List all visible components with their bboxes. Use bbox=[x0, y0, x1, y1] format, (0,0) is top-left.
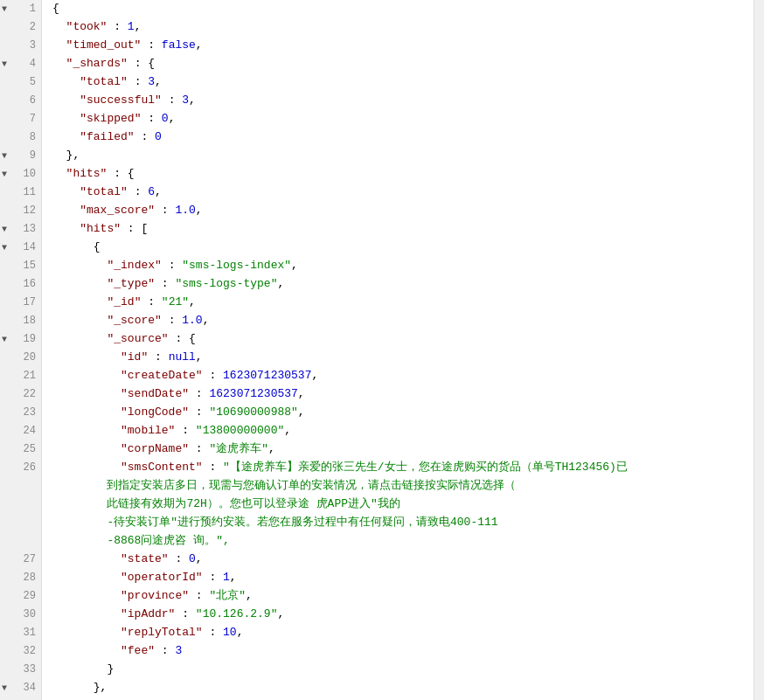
code-token: : bbox=[107, 20, 127, 33]
code-token: "sendDate" bbox=[121, 387, 189, 400]
code-token: -待安装订单"进行预约安装。若您在服务过程中有任何疑问，请致电400-111 bbox=[52, 516, 498, 529]
code-line-24: "mobile" : "13800000000", bbox=[49, 422, 754, 440]
code-line-22: "sendDate" : 1623071230537, bbox=[49, 385, 754, 404]
line-number-22: 22 bbox=[0, 385, 41, 404]
code-line-7: "skipped" : 0, bbox=[49, 110, 754, 128]
code-token: "successful" bbox=[80, 94, 162, 107]
code-token: : { bbox=[128, 57, 155, 70]
fold-arrow-14[interactable]: ▼ bbox=[2, 241, 7, 255]
code-token: "id" bbox=[121, 350, 148, 364]
line-number-26: 26 bbox=[0, 459, 41, 477]
code-token: , bbox=[135, 20, 142, 33]
line-number-3: 3 bbox=[0, 37, 41, 55]
line-number-continuation bbox=[0, 514, 41, 532]
code-area[interactable]: { "took" : 1, "timed_out" : false, "_sha… bbox=[42, 0, 754, 700]
code-token: , bbox=[291, 259, 298, 272]
scrollbar[interactable] bbox=[754, 0, 764, 700]
code-token: : bbox=[169, 552, 189, 565]
code-token: , bbox=[169, 112, 176, 125]
code-token: : bbox=[175, 607, 195, 620]
code-token bbox=[52, 20, 66, 33]
line-number-continuation bbox=[0, 532, 41, 551]
code-token: : bbox=[148, 350, 168, 364]
code-token: "sms-logs-index" bbox=[182, 259, 291, 272]
code-line-34: }, bbox=[49, 679, 754, 697]
code-token: "province" bbox=[121, 589, 189, 602]
code-token: 10 bbox=[223, 626, 237, 639]
code-token: , bbox=[196, 552, 203, 565]
code-line-3: "timed_out" : false, bbox=[49, 37, 754, 55]
code-token: "operatorId" bbox=[121, 571, 203, 584]
code-token: 0 bbox=[155, 130, 162, 143]
line-number-16: 16 bbox=[0, 275, 41, 294]
fold-arrow-10[interactable]: ▼ bbox=[2, 168, 7, 182]
fold-arrow-1[interactable]: ▼ bbox=[2, 3, 7, 17]
code-line-continuation: 到指定安装店多日，现需与您确认订单的安装情况，请点击链接按实际情况选择（ bbox=[49, 477, 754, 496]
code-token: "_shards" bbox=[66, 57, 128, 70]
editor-container: ▼123▼45678▼9▼101112▼13▼1415161718▼192021… bbox=[0, 0, 764, 700]
code-token bbox=[52, 149, 66, 162]
line-number-18: 18 bbox=[0, 312, 41, 330]
line-number-31: 31 bbox=[0, 624, 41, 642]
line-numbers: ▼123▼45678▼9▼101112▼13▼1415161718▼192021… bbox=[0, 0, 42, 700]
code-token: 1 bbox=[223, 571, 230, 584]
code-line-29: "province" : "北京", bbox=[49, 587, 754, 606]
code-token: "mobile" bbox=[121, 424, 175, 437]
code-token: : bbox=[141, 295, 161, 308]
code-token: : bbox=[128, 75, 148, 88]
code-line-5: "total" : 3, bbox=[49, 73, 754, 92]
code-token: 0 bbox=[189, 552, 196, 565]
code-token bbox=[52, 204, 80, 217]
code-token: , bbox=[246, 589, 253, 602]
code-token: 1.0 bbox=[175, 204, 195, 217]
code-token: : bbox=[141, 112, 161, 125]
code-token: "smsContent" bbox=[121, 461, 203, 474]
code-line-8: "failed" : 0 bbox=[49, 128, 754, 147]
code-token: 到指定安装店多日，现需与您确认订单的安装情况，请点击链接按实际情况选择（ bbox=[52, 479, 516, 492]
code-line-13: "hits" : [ bbox=[49, 220, 754, 239]
fold-arrow-13[interactable]: ▼ bbox=[2, 223, 7, 237]
line-number-27: 27 bbox=[0, 551, 41, 569]
line-number-9: ▼9 bbox=[0, 147, 41, 165]
code-line-12: "max_score" : 1.0, bbox=[49, 202, 754, 220]
code-token bbox=[52, 442, 121, 455]
code-token: : bbox=[203, 571, 223, 584]
code-token bbox=[52, 369, 121, 382]
code-token: "longCode" bbox=[121, 405, 189, 419]
code-token: "21" bbox=[162, 295, 189, 308]
code-token bbox=[52, 387, 121, 400]
code-token: : bbox=[155, 277, 175, 290]
code-token bbox=[52, 277, 107, 290]
code-token: "sms-logs-type" bbox=[175, 277, 277, 290]
fold-arrow-9[interactable]: ▼ bbox=[2, 149, 7, 163]
code-token: : [ bbox=[121, 222, 148, 235]
line-number-21: 21 bbox=[0, 367, 41, 385]
code-token: "北京" bbox=[209, 589, 246, 602]
line-number-2: 2 bbox=[0, 18, 41, 37]
code-token bbox=[52, 167, 66, 180]
code-token: "max_score" bbox=[80, 204, 155, 217]
code-token: false bbox=[162, 38, 196, 52]
code-token: "skipped" bbox=[80, 112, 141, 125]
code-token: "total" bbox=[80, 75, 128, 88]
code-token: , bbox=[189, 94, 196, 107]
line-number-5: 5 bbox=[0, 73, 41, 92]
fold-arrow-4[interactable]: ▼ bbox=[2, 58, 7, 72]
code-token: 3 bbox=[175, 644, 182, 657]
code-token: : bbox=[189, 442, 209, 455]
line-number-28: 28 bbox=[0, 569, 41, 587]
code-token bbox=[52, 75, 80, 88]
code-token bbox=[52, 185, 80, 198]
code-token: "_type" bbox=[107, 277, 155, 290]
code-token: , bbox=[284, 424, 291, 437]
code-token: 此链接有效期为72H）。您也可以登录途 虎APP进入"我的 bbox=[52, 497, 400, 510]
code-token: "timed_out" bbox=[66, 38, 142, 52]
code-token: , bbox=[196, 204, 203, 217]
code-line-26: "smsContent" : "【途虎养车】亲爱的张三先生/女士，您在途虎购买的… bbox=[49, 459, 754, 477]
code-token: : bbox=[155, 204, 175, 217]
fold-arrow-34[interactable]: ▼ bbox=[2, 682, 7, 696]
code-token: "hits" bbox=[80, 222, 121, 235]
fold-arrow-19[interactable]: ▼ bbox=[2, 333, 7, 347]
code-token: "took" bbox=[66, 20, 108, 33]
code-token: 3 bbox=[148, 75, 155, 88]
